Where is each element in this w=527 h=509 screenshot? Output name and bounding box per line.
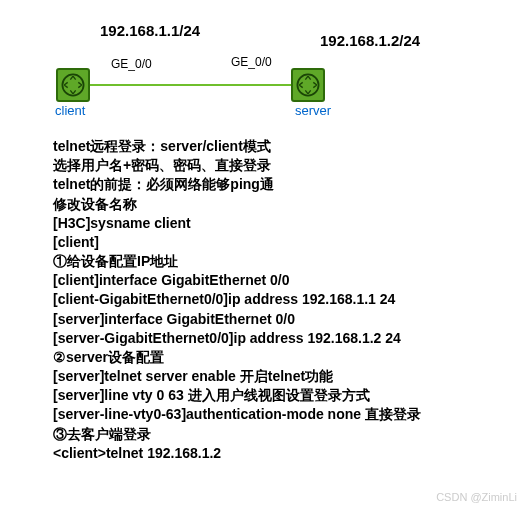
network-link-line [90, 84, 291, 86]
text-line: 修改设备名称 [53, 195, 483, 214]
device-label-server: server [295, 103, 331, 118]
svg-point-1 [297, 74, 318, 95]
text-line: telnet远程登录：server/client模式 [53, 137, 483, 156]
text-line: [H3C]sysname client [53, 214, 483, 233]
device-label-client: client [55, 103, 85, 118]
text-line: ①给设备配置IP地址 [53, 252, 483, 271]
watermark: CSDN @ZiminLi [436, 491, 517, 503]
router-icon-client [56, 68, 90, 102]
interface-label-client: GE_0/0 [111, 57, 152, 71]
text-line: 选择用户名+密码、密码、直接登录 [53, 156, 483, 175]
svg-point-0 [62, 74, 83, 95]
text-line: [client] [53, 233, 483, 252]
text-line: [client-GigabitEthernet0/0]ip address 19… [53, 290, 483, 309]
network-diagram: 192.168.1.1/24 192.168.1.2/24 GE_0/0 GE_… [0, 0, 527, 130]
interface-label-server: GE_0/0 [231, 55, 272, 69]
ip-address-client: 192.168.1.1/24 [100, 22, 200, 39]
text-line: [server-line-vty0-63]authentication-mode… [53, 405, 483, 424]
text-line: telnet的前提：必须网络能够ping通 [53, 175, 483, 194]
text-line: [client]interface GigabitEthernet 0/0 [53, 271, 483, 290]
text-line: ②server设备配置 [53, 348, 483, 367]
ip-address-server: 192.168.1.2/24 [320, 32, 420, 49]
text-line: [server-GigabitEthernet0/0]ip address 19… [53, 329, 483, 348]
text-line: ③去客户端登录 [53, 425, 483, 444]
text-line: [server]interface GigabitEthernet 0/0 [53, 310, 483, 329]
text-line: [server]telnet server enable 开启telnet功能 [53, 367, 483, 386]
text-line: <client>telnet 192.168.1.2 [53, 444, 483, 463]
text-line: [server]line vty 0 63 进入用户线视图设置登录方式 [53, 386, 483, 405]
content-block: telnet远程登录：server/client模式 选择用户名+密码、密码、直… [53, 137, 483, 463]
router-icon-server [291, 68, 325, 102]
